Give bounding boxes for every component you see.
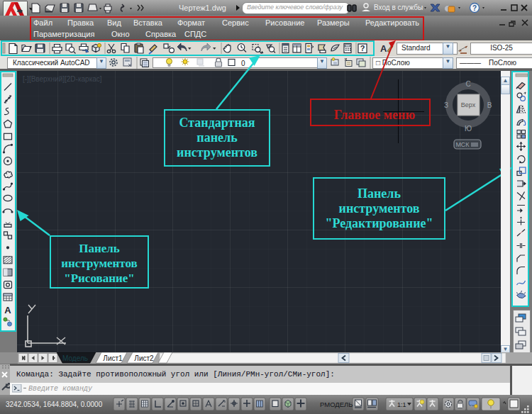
svg-text:A: A xyxy=(4,305,11,315)
svg-text:Лист2: Лист2 xyxy=(134,354,154,362)
svg-text:Модель: Модель xyxy=(62,354,88,362)
svg-text:РМОДЕЛЬ: РМОДЕЛЬ xyxy=(320,401,353,408)
svg-text:1:1: 1:1 xyxy=(397,401,406,408)
svg-text:Лист1: Лист1 xyxy=(103,354,123,362)
